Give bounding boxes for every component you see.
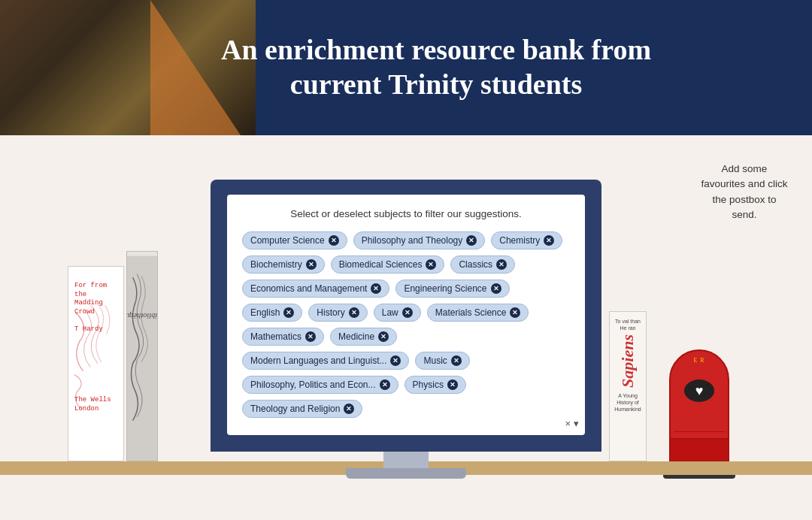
subject-tag-engineering-science[interactable]: Engineering Science✕ [395, 280, 509, 298]
tag-remove-icon[interactable]: ✕ [402, 307, 413, 318]
subject-tag-ppe[interactable]: Philosophy, Politics and Econ...✕ [242, 376, 398, 394]
tag-label: English [250, 307, 280, 318]
postbox-body[interactable]: E R ♥ [669, 349, 729, 440]
tag-label: Mathematics [250, 331, 301, 342]
book-left-1-cover: For from the Madding Crowd T Hardy The W… [68, 267, 123, 461]
tag-label: Classics [459, 259, 492, 270]
tag-remove-icon[interactable]: ✕ [380, 379, 390, 390]
subjects-tags-area: Computer Science✕Philosophy and Theology… [242, 231, 570, 418]
subject-tag-computer-science[interactable]: Computer Science✕ [242, 231, 347, 249]
tag-label: Biomedical Sciences [339, 259, 423, 270]
sapiens-subtitle: To val than He ran [613, 318, 643, 331]
tag-remove-icon[interactable]: ✕ [378, 331, 389, 342]
subject-tag-physics[interactable]: Physics✕ [404, 376, 466, 394]
tag-remove-icon[interactable]: ✕ [329, 235, 339, 246]
subject-tag-materials-science[interactable]: Materials Science✕ [427, 304, 529, 322]
dropdown-x-label[interactable]: × [565, 418, 571, 429]
tag-label: Theology and Religion [250, 404, 340, 414]
sapiens-title: Sapiens [618, 334, 638, 388]
tag-label: Chemistry [499, 235, 540, 246]
tag-remove-icon[interactable]: ✕ [371, 283, 381, 294]
tag-label: Modern Languages and Linguist... [250, 355, 386, 366]
postbox-slot[interactable]: ♥ [684, 379, 714, 402]
sapiens-description: A Young History of Humankind [613, 392, 643, 413]
subject-tag-music[interactable]: Music✕ [415, 352, 469, 370]
tag-remove-icon[interactable]: ✕ [451, 355, 462, 366]
tag-remove-icon[interactable]: ✕ [496, 259, 507, 270]
tag-remove-icon[interactable]: ✕ [491, 283, 501, 294]
subject-tag-medicine[interactable]: Medicine✕ [330, 328, 397, 346]
monitor-screen-inner: Select or deselect subjects to filter ou… [227, 195, 585, 435]
tag-remove-icon[interactable]: ✕ [305, 331, 316, 342]
book-sapiens: To val than He ran Sapiens A Young Histo… [609, 311, 647, 461]
subject-tag-english[interactable]: English✕ [242, 304, 302, 322]
bottom-floor [0, 475, 812, 520]
subject-tag-history[interactable]: History✕ [308, 304, 367, 322]
monitor-screen: Select or deselect subjects to filter ou… [211, 180, 601, 452]
main-content: For from the Madding Crowd T Hardy The W… [0, 135, 812, 520]
tag-label: Physics [413, 379, 444, 390]
tag-label: Medicine [338, 331, 374, 342]
tag-label: Philosophy and Theology [362, 235, 463, 246]
tag-remove-icon[interactable]: ✕ [390, 355, 401, 366]
subject-tag-biomedical-sciences[interactable]: Biomedical Sciences✕ [331, 255, 445, 274]
subject-tag-theology-religion[interactable]: Theology and Religion✕ [242, 400, 362, 418]
tag-remove-icon[interactable]: ✕ [510, 307, 520, 318]
page-title: An enrichment resource bank from current… [211, 33, 662, 101]
tag-remove-icon[interactable]: ✕ [283, 307, 294, 318]
monitor-stand-base [346, 468, 466, 479]
subject-tag-law[interactable]: Law✕ [374, 304, 421, 322]
tag-remove-icon[interactable]: ✕ [344, 404, 354, 414]
subject-tag-classics[interactable]: Classics✕ [450, 255, 515, 274]
tag-label: Materials Science [435, 307, 507, 318]
tag-label: Law [382, 307, 398, 318]
tag-remove-icon[interactable]: ✕ [466, 235, 477, 246]
tag-remove-icon[interactable]: ✕ [349, 307, 359, 318]
monitor-stand-neck [383, 452, 429, 468]
tag-remove-icon[interactable]: ✕ [544, 235, 554, 246]
tag-remove-icon[interactable]: ✕ [306, 259, 317, 270]
subject-tag-philosophy-theology[interactable]: Philosophy and Theology✕ [353, 231, 486, 249]
tag-label: Engineering Science [404, 283, 486, 294]
subject-tag-mathematics[interactable]: Mathematics✕ [242, 328, 324, 346]
subject-tag-biochemistry[interactable]: Biochemistry✕ [242, 255, 325, 274]
book-left-1: For from the Madding Crowd T Hardy The W… [68, 266, 124, 461]
monitor-container: Select or deselect subjects to filter ou… [211, 180, 601, 479]
book-left-2: Bibliothèque [126, 251, 158, 461]
postbox-crown: E R [693, 357, 704, 364]
tag-label: Economics and Management [250, 283, 367, 294]
dropdown-toggle[interactable]: × ▾ [565, 418, 579, 429]
postbox-middle [669, 440, 729, 462]
book-left-2-cover: Bibliothèque [127, 252, 157, 461]
tag-label: Philosophy, Politics and Econ... [250, 379, 376, 390]
tag-label: Computer Science [250, 235, 325, 246]
tag-label: Biochemistry [250, 259, 302, 270]
svg-text:Bibliothèque: Bibliothèque [127, 312, 157, 320]
subject-tag-modern-languages[interactable]: Modern Languages and Linguist...✕ [242, 352, 409, 370]
heart-icon: ♥ [695, 383, 704, 399]
subject-tag-economics-management[interactable]: Economics and Management✕ [242, 280, 389, 298]
chevron-down-icon[interactable]: ▾ [574, 418, 579, 429]
tag-remove-icon[interactable]: ✕ [447, 379, 458, 390]
postbox-line [674, 431, 725, 432]
postbox[interactable]: E R ♥ ✉ [662, 349, 737, 479]
svg-rect-0 [127, 256, 157, 457]
page-header: An enrichment resource bank from current… [0, 0, 812, 135]
subject-tag-chemistry[interactable]: Chemistry✕ [491, 231, 562, 249]
sidebar-instruction: Add some favourites and click the postbo… [699, 162, 789, 222]
tag-remove-icon[interactable]: ✕ [426, 259, 436, 270]
tag-label: History [317, 307, 344, 318]
filter-instruction: Select or deselect subjects to filter ou… [242, 208, 570, 219]
tag-label: Music [423, 355, 447, 366]
